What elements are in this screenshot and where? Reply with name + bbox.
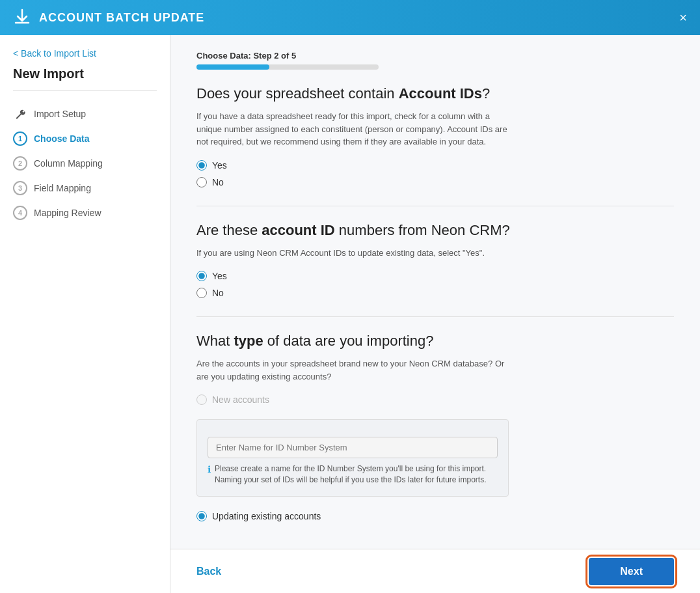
radio-neon-crm-no[interactable]: No: [196, 288, 674, 298]
back-to-import-link[interactable]: < Back to Import List: [0, 48, 170, 66]
radio-updating-accounts[interactable]: Updating existing accounts: [196, 511, 674, 521]
section-account-ids: Does your spreadsheet contain Account ID…: [196, 85, 674, 187]
id-number-system-input[interactable]: [208, 437, 498, 458]
main-content: Choose Data: Step 2 of 5 Does your sprea…: [170, 35, 700, 549]
radio-label-no-2: No: [212, 288, 224, 298]
main-layout: < Back to Import List New Import Import …: [0, 35, 700, 593]
question-title-3: What type of data are you importing?: [196, 333, 674, 350]
radio-label-no-1: No: [212, 177, 224, 187]
radio-label-yes-1: Yes: [212, 160, 227, 171]
sidebar-divider: [13, 90, 157, 91]
step-circle-2: 2: [13, 156, 27, 171]
radio-group-data-type: New accounts ℹ Please create a name for …: [196, 394, 674, 521]
section-data-type: What type of data are you importing? Are…: [196, 333, 674, 521]
next-button[interactable]: Next: [589, 558, 674, 585]
progress-bar: [196, 64, 379, 70]
radio-input-neon-crm-yes[interactable]: [196, 271, 207, 281]
app-title: ACCOUNT BATCH UPDATE: [39, 11, 204, 25]
info-message: Please create a name for the ID Number S…: [215, 463, 498, 486]
radio-label-new-accounts: New accounts: [212, 394, 269, 405]
progress-bar-fill: [196, 64, 269, 70]
sidebar-item-field-mapping[interactable]: 3 Field Mapping: [0, 176, 170, 200]
radio-label-updating-accounts: Updating existing accounts: [212, 511, 321, 521]
step-label: Choose Data: Step 2 of 5: [196, 51, 674, 61]
radio-input-updating-accounts[interactable]: [196, 511, 207, 521]
radio-neon-crm-yes[interactable]: Yes: [196, 271, 674, 281]
radio-input-account-ids-no[interactable]: [196, 177, 207, 187]
step-circle-4: 4: [13, 206, 27, 220]
sidebar-item-mapping-review[interactable]: 4 Mapping Review: [0, 200, 170, 225]
radio-group-account-ids: Yes No: [196, 160, 674, 187]
new-accounts-box: ℹ Please create a name for the ID Number…: [196, 419, 509, 497]
header-left: ACCOUNT BATCH UPDATE: [13, 8, 204, 27]
question-title-1: Does your spreadsheet contain Account ID…: [196, 85, 674, 102]
sidebar-label-choose-data: Choose Data: [34, 133, 90, 144]
divider-2: [196, 316, 674, 317]
sidebar-item-import-setup[interactable]: Import Setup: [0, 102, 170, 126]
radio-label-yes-2: Yes: [212, 271, 227, 281]
info-text: ℹ Please create a name for the ID Number…: [208, 463, 498, 486]
download-icon: [13, 8, 31, 27]
radio-group-neon-crm: Yes No: [196, 271, 674, 298]
question-desc-1: If you have a data spreadsheet ready for…: [196, 110, 509, 148]
close-button[interactable]: ×: [679, 10, 687, 25]
app-header: ACCOUNT BATCH UPDATE ×: [0, 0, 700, 35]
radio-new-accounts[interactable]: New accounts: [196, 394, 674, 405]
radio-account-ids-yes[interactable]: Yes: [196, 160, 674, 171]
radio-input-new-accounts[interactable]: [196, 394, 207, 405]
section-neon-crm-ids: Are these account ID numbers from Neon C…: [196, 222, 674, 299]
question-title-2: Are these account ID numbers from Neon C…: [196, 222, 674, 239]
info-icon: ℹ: [208, 463, 211, 486]
back-button[interactable]: Back: [196, 566, 221, 577]
sidebar-label-import-setup: Import Setup: [34, 109, 86, 119]
sidebar-title: New Import: [0, 66, 170, 90]
radio-input-neon-crm-no[interactable]: [196, 288, 207, 298]
radio-account-ids-no[interactable]: No: [196, 177, 674, 187]
sidebar-label-field-mapping: Field Mapping: [34, 183, 91, 193]
wrench-icon: [13, 107, 27, 121]
sidebar-item-column-mapping[interactable]: 2 Column Mapping: [0, 151, 170, 176]
footer: Back Next: [170, 549, 700, 593]
main-panel: Choose Data: Step 2 of 5 Does your sprea…: [170, 35, 700, 593]
sidebar-item-choose-data[interactable]: 1 Choose Data: [0, 126, 170, 151]
step-circle-3: 3: [13, 181, 27, 195]
question-desc-3: Are the accounts in your spreadsheet bra…: [196, 357, 509, 383]
step-circle-1: 1: [13, 131, 27, 146]
question-desc-2: If you are using Neon CRM Account IDs to…: [196, 247, 509, 260]
divider-1: [196, 206, 674, 206]
sidebar-label-mapping-review: Mapping Review: [34, 208, 101, 218]
radio-input-account-ids-yes[interactable]: [196, 160, 207, 171]
sidebar-label-column-mapping: Column Mapping: [34, 158, 103, 169]
sidebar: < Back to Import List New Import Import …: [0, 35, 170, 593]
